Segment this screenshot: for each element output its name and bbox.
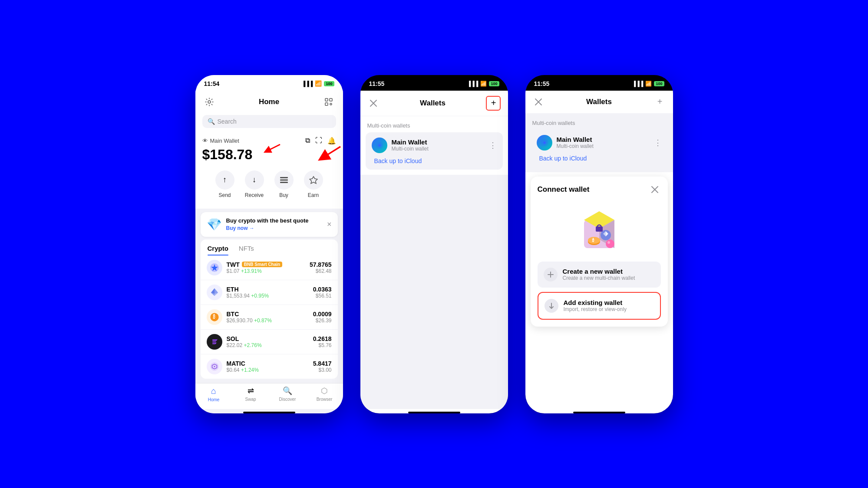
scan-button[interactable]	[322, 95, 336, 109]
wallet-more-button-3[interactable]: ⋮	[654, 138, 662, 147]
status-icons-2: ▐▐▐ 📶 100	[467, 81, 499, 87]
wallet-card-type-3: Multi-coin wallet	[557, 143, 650, 149]
promo-close[interactable]: ×	[327, 220, 332, 229]
matic-amount: 5.8417 $3.00	[313, 360, 332, 373]
wallet-multi-icon	[372, 138, 387, 153]
wallet-card-type-2: Multi-coin wallet	[392, 146, 485, 152]
connect-wallet-title: Connect wallet	[538, 185, 590, 194]
send-button[interactable]: ↑ Send	[215, 170, 234, 198]
wallets-close-button[interactable]	[367, 97, 380, 109]
wallet-name: Main Wallet	[210, 138, 239, 144]
nav-browser[interactable]: ⬡ Browser	[306, 386, 343, 402]
btc-info: BTC $26,930.70 +0.87%	[227, 311, 313, 324]
svg-rect-38	[596, 226, 603, 232]
wallets-screen-2: Wallets + Multi-coin wallets Main Wallet…	[360, 91, 508, 413]
earn-icon-circle	[304, 170, 323, 190]
create-wallet-subtitle: Create a new multi-chain wallet	[563, 275, 635, 281]
svg-rect-5	[280, 177, 288, 178]
buy-button[interactable]: Buy	[274, 170, 294, 198]
sol-icon	[207, 334, 222, 350]
wallets-close-button-3[interactable]	[532, 96, 545, 108]
add-existing-wallet-text: Add existing wallet Import, restore or v…	[564, 299, 627, 312]
bell-button[interactable]: 🔔	[327, 137, 336, 145]
home-indicator-2	[408, 412, 460, 413]
gear-icon	[205, 98, 214, 106]
promo-link[interactable]: Buy now →	[226, 225, 254, 231]
create-wallet-option[interactable]: Create a new wallet Create a new multi-c…	[538, 262, 661, 288]
eye-icon[interactable]: 👁	[202, 138, 208, 144]
sol-info: SOL $22.02 +2.76%	[227, 335, 313, 348]
twt-info: TWT BNB Smart Chain $1.07 +13.91%	[227, 261, 310, 274]
discover-nav-icon: 🔍	[283, 386, 292, 396]
matic-info: MATIC $0.64 +1.24%	[227, 360, 313, 373]
nav-swap[interactable]: ⇌ Swap	[232, 386, 269, 402]
browser-nav-icon: ⬡	[321, 386, 328, 396]
nav-discover[interactable]: 🔍 Discover	[269, 386, 306, 402]
home-indicator-1	[243, 412, 295, 413]
status-time-3: 11:55	[534, 80, 550, 87]
copy-button[interactable]: ⧉	[305, 137, 310, 144]
main-wallet-card-2[interactable]: Main Wallet Multi-coin wallet ⋮ Back up …	[366, 132, 503, 170]
status-icons-3: ▐▐▐ 📶 100	[632, 81, 664, 87]
add-existing-wallet-title: Add existing wallet	[564, 299, 627, 306]
connect-wallet-illustration: ₿	[573, 203, 625, 255]
home-screen: Home 🔍 Search 👁 Main Wal	[195, 91, 343, 413]
wallets-header-2: Wallets +	[360, 91, 508, 116]
phone-2-wallets: 11:55 ▐▐▐ 📶 100 Wallets + Multi-coin wal…	[360, 75, 508, 413]
search-input-field[interactable]: 🔍 Search	[202, 115, 336, 128]
settings-button[interactable]	[202, 95, 216, 109]
search-placeholder: Search	[218, 118, 237, 125]
wifi-icon-3: 📶	[645, 81, 652, 87]
add-wallet-button[interactable]: +	[486, 96, 501, 111]
svg-rect-6	[280, 179, 288, 180]
crypto-list: TWT BNB Smart Chain $1.07 +13.91% 57.876…	[201, 255, 338, 379]
signal-icon-2: ▐▐▐	[467, 81, 479, 87]
receive-button[interactable]: ↓ Receive	[245, 170, 264, 198]
status-icons-1: ▐▐▐ 📶 100	[302, 80, 334, 87]
battery-2: 100	[489, 81, 499, 86]
home-title: Home	[259, 98, 279, 106]
btc-icon: ₿	[207, 309, 222, 325]
eth-amount: 0.0363 $56.51	[313, 286, 332, 299]
wifi-icon-1: 📶	[315, 80, 322, 87]
tab-nfts[interactable]: NFTs	[239, 242, 254, 255]
home-header: Home	[195, 91, 343, 112]
phone-3-connect: 11:55 ▐▐▐ 📶 100 Wallets + Multi-coin wal…	[525, 75, 673, 413]
nav-home[interactable]: ⌂ Home	[195, 386, 232, 402]
crypto-row-eth[interactable]: ETH $1,553.94 +0.95% 0.0363 $56.51	[201, 280, 338, 305]
connect-wallet-area: Connect wallet	[525, 172, 673, 409]
crypto-row-sol[interactable]: SOL $22.02 +2.76% 0.2618 $5.76	[201, 330, 338, 354]
signal-icon-3: ▐▐▐	[632, 81, 644, 87]
eth-info: ETH $1,553.94 +0.95%	[227, 286, 313, 299]
sol-amount: 0.2618 $5.76	[313, 335, 332, 348]
status-bar-3: 11:55 ▐▐▐ 📶 100	[525, 75, 673, 91]
send-label: Send	[218, 192, 231, 198]
wallet-card-row-3: Main Wallet Multi-coin wallet ⋮	[537, 135, 662, 151]
crypto-row-twt[interactable]: TWT BNB Smart Chain $1.07 +13.91% 57.876…	[201, 255, 338, 280]
connect-wallet-close[interactable]	[649, 183, 661, 196]
tab-crypto[interactable]: Crypto	[208, 242, 228, 255]
wallet-actions-row: ⧉ ⛶ 🔔	[305, 137, 336, 145]
wallet-more-button-2[interactable]: ⋮	[489, 141, 497, 150]
create-wallet-icon	[544, 268, 558, 282]
bottom-nav: ⌂ Home ⇌ Swap 🔍 Discover ⬡ Browser	[195, 383, 343, 409]
wallets-title-3: Wallets	[586, 98, 612, 106]
connect-wallet-header: Connect wallet	[538, 183, 661, 196]
buy-label: Buy	[279, 192, 288, 198]
send-icon-circle: ↑	[215, 170, 234, 190]
svg-text:₿: ₿	[212, 314, 215, 319]
wallets-header-3: Wallets +	[525, 91, 673, 114]
backup-link-2[interactable]: Back up to iCloud	[372, 153, 497, 164]
wallet-card-info-2: Main Wallet Multi-coin wallet	[392, 138, 485, 152]
expand-button[interactable]: ⛶	[315, 137, 322, 144]
main-wallet-card-3[interactable]: Main Wallet Multi-coin wallet ⋮ Back up …	[531, 130, 668, 167]
add-existing-wallet-icon	[545, 299, 558, 313]
add-wallet-button-3[interactable]: +	[653, 96, 666, 108]
earn-button[interactable]: Earn	[304, 170, 323, 198]
crypto-row-matic[interactable]: MATIC $0.64 +1.24% 5.8417 $3.00	[201, 354, 338, 379]
crypto-row-btc[interactable]: ₿ BTC $26,930.70 +0.87% 0.0009 $26.39	[201, 305, 338, 330]
backup-link-3[interactable]: Back up to iCloud	[537, 151, 662, 162]
add-existing-wallet-subtitle: Import, restore or view-only	[564, 306, 627, 312]
svg-point-34	[588, 237, 600, 244]
add-existing-wallet-option[interactable]: Add existing wallet Import, restore or v…	[538, 292, 661, 320]
